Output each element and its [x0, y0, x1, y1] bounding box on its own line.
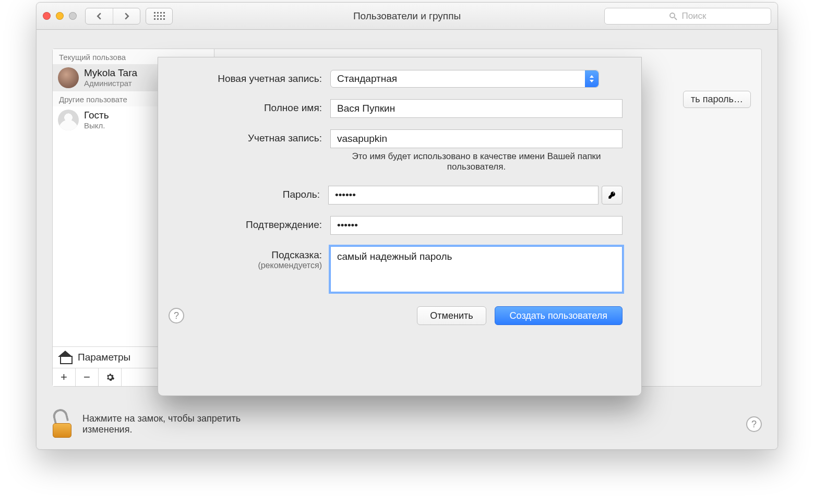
confirm-password-field[interactable] — [330, 216, 623, 235]
change-password-button[interactable]: ть пароль… — [683, 91, 751, 108]
close-window-icon[interactable] — [43, 12, 51, 20]
lock-text: Нажмите на замок, чтобы запретить измене… — [82, 413, 241, 435]
lock-row: Нажмите на замок, чтобы запретить измене… — [51, 411, 762, 438]
account-type-value: Стандартная — [337, 73, 397, 85]
password-label: Пароль: — [169, 186, 328, 200]
password-field[interactable] — [328, 186, 598, 205]
cancel-button[interactable]: Отменить — [417, 306, 486, 325]
hint-label-sub: (рекомендуется) — [169, 261, 322, 270]
new-account-type-label: Новая учетная запись: — [169, 70, 330, 85]
sheet-help-button[interactable]: ? — [169, 308, 184, 323]
new-user-sheet: Новая учетная запись: Стандартная Полное… — [158, 57, 642, 396]
remove-user-button[interactable]: − — [76, 368, 99, 386]
back-button[interactable] — [86, 8, 113, 24]
forward-button[interactable] — [113, 8, 140, 24]
unlocked-padlock-icon[interactable] — [51, 411, 73, 438]
hint-label: Подсказка: (рекомендуется) — [169, 246, 330, 270]
password-hint-field[interactable] — [330, 246, 623, 292]
house-icon — [58, 351, 73, 364]
svg-line-1 — [675, 17, 677, 20]
sheet-footer: ? Отменить Создать пользователя — [169, 306, 623, 325]
titlebar: Пользователи и группы Поиск — [37, 3, 777, 30]
avatar — [58, 67, 79, 88]
account-name-field[interactable] — [330, 129, 623, 148]
hint-label-text: Подсказка: — [271, 249, 322, 260]
sidebar-user-name: Mykola Tara — [84, 68, 137, 79]
stepper-icon — [585, 70, 598, 87]
account-name-label: Учетная запись: — [169, 129, 330, 144]
zoom-window-icon[interactable] — [69, 12, 77, 20]
window-controls — [43, 12, 77, 20]
gear-icon — [105, 373, 115, 382]
preferences-window: Пользователи и группы Поиск Текущий поль… — [36, 2, 778, 450]
fullname-label: Полное имя: — [169, 99, 330, 114]
login-options-label: Параметры — [78, 352, 130, 363]
account-type-select[interactable]: Стандартная — [330, 70, 599, 88]
avatar — [58, 110, 79, 130]
nav-segmented — [85, 8, 140, 25]
lock-text-line1: Нажмите на замок, чтобы запретить — [82, 413, 241, 424]
grid-icon — [154, 12, 165, 20]
key-icon — [608, 190, 616, 200]
lock-text-line2: изменения. — [82, 424, 241, 435]
svg-point-0 — [670, 13, 675, 18]
create-user-button[interactable]: Создать пользователя — [495, 306, 623, 325]
show-all-button[interactable] — [146, 8, 173, 25]
search-placeholder: Поиск — [681, 11, 706, 21]
password-assistant-button[interactable] — [602, 186, 623, 205]
fullname-field[interactable] — [330, 99, 623, 118]
sidebar-guest-status: Выкл. — [84, 121, 109, 130]
help-button[interactable]: ? — [746, 416, 762, 432]
sidebar-guest-name: Гость — [84, 110, 109, 121]
minimize-window-icon[interactable] — [56, 12, 64, 20]
sidebar-user-role: Администрат — [84, 79, 137, 88]
window-body: Текущий пользова Mykola Tara Администрат… — [37, 30, 777, 449]
confirm-label: Подтверждение: — [169, 216, 330, 231]
search-input[interactable]: Поиск — [604, 8, 771, 25]
account-name-hint: Это имя будет использовано в качестве им… — [330, 151, 623, 172]
user-actions-button[interactable] — [99, 368, 122, 386]
search-icon — [669, 12, 677, 20]
add-user-button[interactable]: + — [53, 368, 76, 386]
